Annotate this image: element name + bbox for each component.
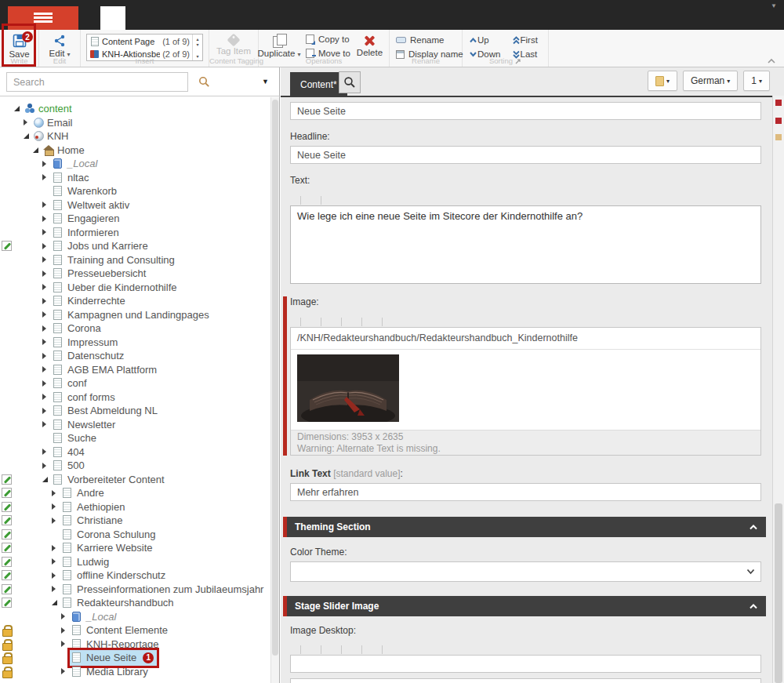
tree-expand-arrow[interactable]: [42, 366, 51, 372]
tree-item-label[interactable]: Newsletter: [67, 418, 115, 432]
tree-item-label[interactable]: Email: [47, 116, 73, 130]
tree-item-label[interactable]: Datenschutz: [67, 349, 124, 363]
tree-item[interactable]: Datenschutz: [0, 349, 270, 363]
tree-item[interactable]: conf: [0, 376, 270, 391]
tree-expand-arrow[interactable]: [42, 229, 51, 235]
tree-item[interactable]: Andre: [0, 486, 270, 500]
tree-item-label[interactable]: Presseuebersicht: [67, 267, 146, 281]
tree-expand-arrow[interactable]: [61, 668, 70, 674]
tree-item-label[interactable]: Redakteurshandbuch: [77, 596, 174, 610]
tree-expand-arrow[interactable]: [42, 311, 51, 318]
text-field[interactable]: Wie lege ich eine neue Seite im Sitecore…: [290, 205, 761, 284]
tree-expand-arrow[interactable]: [42, 477, 51, 482]
tree-item[interactable]: Aethiopien: [0, 500, 270, 514]
tree-expand-arrow[interactable]: [33, 147, 42, 153]
editor-scrollbar[interactable]: [772, 96, 784, 683]
tree-item[interactable]: Karriere Website: [0, 541, 270, 555]
tree-item[interactable]: Christiane: [0, 514, 270, 528]
tree-item-label[interactable]: Neue Seite: [86, 651, 136, 665]
tree-item-label[interactable]: Presseinformationen zum Jubilaeumsjahr: [77, 583, 263, 597]
save-button[interactable]: Save: [0, 30, 38, 59]
tree-item-label[interactable]: Corona Schulung: [77, 528, 155, 542]
item-title-field[interactable]: [290, 102, 761, 120]
menu-tab[interactable]: [226, 6, 251, 30]
tree-expand-arrow[interactable]: [52, 600, 60, 605]
tree-item[interactable]: Redakteurshandbuch: [0, 596, 270, 610]
tree-expand-arrow[interactable]: [42, 284, 51, 290]
headline-field[interactable]: [290, 146, 761, 164]
tree-item-label[interactable]: Engagieren: [67, 212, 120, 226]
search-input[interactable]: [6, 72, 188, 92]
tree-item-label[interactable]: 500: [67, 459, 85, 473]
tree-expand-arrow[interactable]: [52, 586, 60, 592]
menu-tab[interactable]: [100, 6, 125, 30]
tree-scrollbar-thumb[interactable]: [272, 100, 278, 656]
section-header-theming[interactable]: Theming Section: [283, 517, 766, 537]
tree-item[interactable]: conf forms: [0, 391, 270, 405]
tree-item-label[interactable]: Impressum: [67, 336, 118, 350]
language-selector-button[interactable]: German▾: [683, 71, 738, 91]
menu-tab[interactable]: [176, 6, 201, 30]
tree-item-label[interactable]: nltac: [67, 171, 89, 185]
sort-dialog-launcher-icon[interactable]: [515, 58, 521, 64]
tree-item[interactable]: Corona Schulung: [0, 528, 270, 542]
menu-tab[interactable]: [151, 6, 176, 30]
tree-expand-arrow[interactable]: [24, 133, 32, 139]
tree-node[interactable]: Media Library: [70, 664, 151, 680]
tree-item-label[interactable]: KNH: [47, 129, 68, 144]
tree-item-label[interactable]: offline Kinderschutz: [77, 569, 165, 583]
tab-search[interactable]: [339, 71, 361, 93]
tree-item-label[interactable]: Suche: [67, 431, 96, 445]
media-thumbnail-open-book[interactable]: [297, 354, 399, 422]
tree-expand-arrow[interactable]: [52, 558, 60, 565]
tree-item[interactable]: Best Abmeldung NL: [0, 404, 270, 418]
tree-expand-arrow[interactable]: [42, 449, 51, 455]
tree-expand-arrow[interactable]: [42, 271, 51, 277]
tree-expand-arrow[interactable]: [42, 174, 51, 180]
tree-item[interactable]: Presseuebersicht: [0, 267, 270, 281]
tree-item-label[interactable]: 404: [67, 445, 85, 460]
tree-item-label[interactable]: Ludwig: [77, 555, 109, 569]
tree-expand-arrow[interactable]: [61, 627, 70, 634]
profile-selector-button[interactable]: ▾: [648, 71, 677, 91]
collapse-section-icon[interactable]: [749, 524, 758, 531]
tree-expand-arrow[interactable]: [24, 119, 32, 125]
tree-item[interactable]: AGB EMA Plattform: [0, 363, 270, 377]
tree-item[interactable]: nltac: [0, 171, 270, 185]
tree-item-label[interactable]: Home: [57, 144, 85, 158]
tree-item[interactable]: Suche: [0, 431, 270, 445]
tree-expand-arrow[interactable]: [61, 613, 70, 619]
hamburger-menu-button[interactable]: [8, 6, 78, 30]
tree-item-label[interactable]: Aethiopien: [77, 500, 125, 514]
tree-expand-arrow[interactable]: [42, 408, 51, 414]
tree-item-label[interactable]: Karriere Website: [77, 541, 153, 555]
tree-expand-arrow[interactable]: [52, 518, 60, 524]
collapse-section-icon[interactable]: [749, 603, 758, 610]
tree-expand-arrow[interactable]: [52, 545, 60, 551]
tree-item[interactable]: Presseinformationen zum Jubilaeumsjahr: [0, 583, 270, 597]
image-desktop-path-field[interactable]: [290, 655, 761, 673]
tree-item-label[interactable]: Christiane: [77, 514, 123, 528]
tree-item[interactable]: content: [0, 102, 270, 116]
tree-scrollbar[interactable]: [270, 97, 279, 683]
tree-expand-arrow[interactable]: [42, 202, 51, 208]
tree-item-label[interactable]: Kinderrechte: [67, 294, 125, 308]
tree-expand-arrow[interactable]: [52, 503, 60, 510]
tree-item[interactable]: Warenkorb: [0, 184, 270, 198]
tree-item[interactable]: Impressum: [0, 336, 270, 350]
tree-item-label[interactable]: Training and Consulting: [67, 253, 175, 267]
tree-item[interactable]: _Local: [0, 157, 270, 171]
section-header-stage-slider[interactable]: Stage Slider Image: [283, 596, 766, 616]
tree-expand-arrow[interactable]: [42, 243, 51, 249]
tree-item-label[interactable]: _Local: [67, 157, 97, 171]
tree-item[interactable]: Neue Seite 1: [0, 651, 270, 665]
tree-item[interactable]: Weltweit aktiv: [0, 198, 270, 213]
tree-item-label[interactable]: Best Abmeldung NL: [67, 404, 158, 418]
tree-item-label[interactable]: AGB EMA Plattform: [67, 363, 157, 377]
menu-tab[interactable]: [251, 6, 276, 30]
collapse-ribbon-icon[interactable]: [767, 58, 776, 64]
tree-item-label[interactable]: Informieren: [67, 226, 119, 240]
tree-item-label[interactable]: content: [38, 102, 72, 116]
tree-item[interactable]: Media Library: [0, 665, 270, 679]
insert-option[interactable]: Content Page (1 of 9): [89, 35, 190, 48]
